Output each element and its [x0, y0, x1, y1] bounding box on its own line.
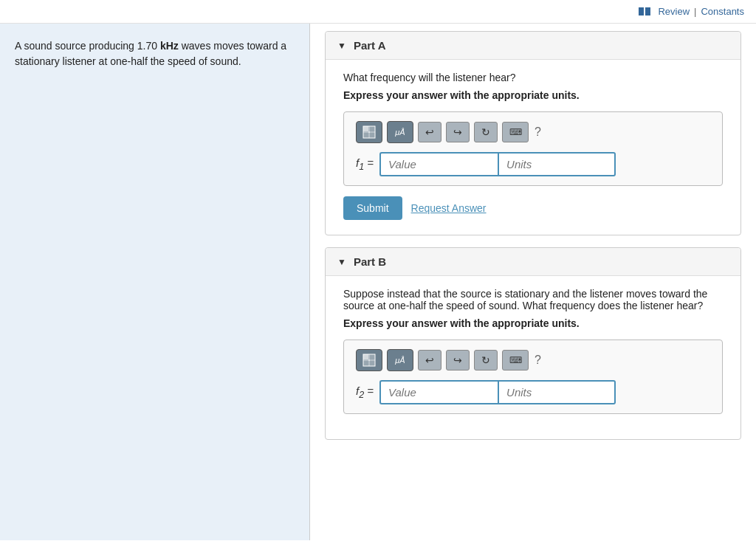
part-a-mu-label: μÅ — [395, 128, 405, 137]
part-b-toolbar: μÅ ↩ ↪ ↻ ⌨ ? — [356, 349, 710, 371]
part-a-help-btn[interactable]: ? — [535, 125, 541, 139]
part-a-value-input[interactable] — [379, 152, 498, 176]
part-a-answer-box: μÅ ↩ ↪ ↻ ⌨ ? — [343, 111, 723, 186]
part-b-help-btn[interactable]: ? — [535, 354, 541, 367]
part-b-body: Suppose instead that the source is stati… — [326, 276, 740, 439]
part-a-redo-icon: ↪ — [453, 126, 462, 138]
part-b-question: Suppose instead that the source is stati… — [343, 288, 723, 311]
khz-label: kHz — [160, 40, 179, 52]
part-a-chevron: ▼ — [337, 41, 346, 51]
left-panel: A sound source producing 1.70 kHz waves … — [0, 24, 310, 540]
part-b-redo-btn[interactable]: ↪ — [446, 350, 470, 371]
part-b-mu-label: μÅ — [395, 356, 405, 365]
part-b-express: Express your answer with the appropriate… — [343, 317, 723, 329]
top-bar: Review | Constants — [0, 0, 756, 24]
svg-rect-7 — [363, 354, 368, 359]
part-a-express: Express your answer with the appropriate… — [343, 89, 723, 101]
part-b-keyboard-icon: ⌨ — [509, 355, 522, 365]
part-b-value-input[interactable] — [379, 380, 498, 404]
part-a-undo-btn[interactable]: ↩ — [418, 122, 441, 142]
part-a-keyboard-btn[interactable]: ⌨ — [502, 122, 529, 142]
part-b-undo-icon: ↩ — [425, 354, 434, 366]
right-panel: ▼ Part A What frequency will the listene… — [310, 24, 756, 540]
part-a-header[interactable]: ▼ Part A — [326, 32, 740, 60]
part-b-mu-btn[interactable]: μÅ — [387, 349, 413, 371]
svg-rect-3 — [370, 133, 375, 138]
part-a-grid-btn[interactable] — [356, 121, 382, 143]
part-b-grid-btn[interactable] — [356, 349, 382, 371]
part-a-undo-icon: ↩ — [425, 126, 434, 138]
part-a-refresh-btn[interactable]: ↻ — [474, 122, 498, 142]
svg-rect-9 — [363, 361, 368, 366]
part-a-submit-button[interactable]: Submit — [343, 196, 402, 220]
part-a-redo-btn[interactable]: ↪ — [446, 122, 470, 142]
part-a-input-label: f1 = — [356, 156, 374, 172]
part-b-chevron: ▼ — [337, 257, 346, 267]
part-b-units-input[interactable] — [498, 380, 616, 404]
part-a-body: What frequency will the listener hear? E… — [326, 60, 740, 235]
divider: | — [694, 6, 696, 17]
svg-rect-0 — [363, 126, 368, 131]
review-icon — [639, 7, 650, 15]
svg-rect-10 — [370, 361, 375, 366]
main-layout: A sound source producing 1.70 kHz waves … — [0, 24, 756, 540]
svg-rect-8 — [370, 354, 375, 359]
part-a-request-answer-button[interactable]: Request Answer — [411, 202, 487, 214]
top-bar-links: Review | Constants — [639, 6, 744, 17]
part-b-header[interactable]: ▼ Part B — [326, 248, 740, 276]
part-b-title: Part B — [354, 255, 386, 268]
part-b-section: ▼ Part B Suppose instead that the source… — [325, 247, 741, 440]
part-b-keyboard-btn[interactable]: ⌨ — [502, 350, 529, 371]
svg-rect-2 — [363, 133, 368, 138]
problem-text: A sound source producing 1.70 kHz waves … — [15, 38, 295, 69]
part-b-undo-btn[interactable]: ↩ — [418, 350, 441, 371]
part-a-toolbar: μÅ ↩ ↪ ↻ ⌨ ? — [356, 121, 710, 143]
svg-rect-1 — [370, 126, 375, 131]
part-a-question: What frequency will the listener hear? — [343, 72, 723, 83]
part-a-refresh-icon: ↻ — [481, 126, 490, 138]
part-a-title: Part A — [354, 39, 386, 52]
part-a-keyboard-icon: ⌨ — [509, 127, 522, 137]
part-a-buttons-row: Submit Request Answer — [343, 196, 723, 220]
part-a-mu-btn[interactable]: μÅ — [387, 121, 413, 143]
part-a-units-input[interactable] — [498, 152, 616, 176]
review-link[interactable]: Review — [658, 6, 690, 17]
constants-link[interactable]: Constants — [701, 6, 744, 17]
part-a-input-row: f1 = — [356, 152, 710, 176]
part-b-input-label: f2 = — [356, 385, 374, 400]
part-b-redo-icon: ↪ — [453, 354, 462, 366]
part-a-section: ▼ Part A What frequency will the listene… — [325, 31, 741, 235]
part-b-refresh-btn[interactable]: ↻ — [474, 350, 498, 371]
part-b-refresh-icon: ↻ — [481, 354, 490, 366]
part-b-answer-box: μÅ ↩ ↪ ↻ ⌨ ? — [343, 340, 723, 414]
part-b-input-row: f2 = — [356, 380, 710, 404]
